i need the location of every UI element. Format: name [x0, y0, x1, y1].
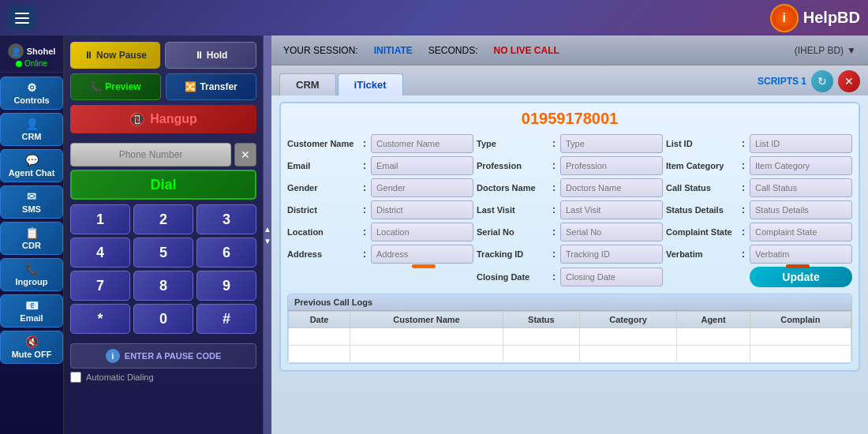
now-pause-button[interactable]: ⏸ Now Pause	[70, 42, 160, 69]
cell-name	[350, 328, 503, 346]
sep1: :	[361, 138, 368, 149]
numpad-6[interactable]: 6	[196, 238, 256, 268]
update-button[interactable]: Update	[750, 267, 852, 287]
numpad-4[interactable]: 4	[70, 238, 130, 268]
sidebar-item-crm[interactable]: 👤 CRM	[0, 113, 63, 146]
dropdown-arrow-icon: ▼	[847, 45, 856, 56]
dial-button[interactable]: Dial	[70, 170, 256, 200]
previous-call-logs-header: Previous Call Logs	[288, 294, 851, 311]
address-label: Address	[287, 249, 358, 259]
transfer-button[interactable]: 🔀 Transfer	[166, 73, 256, 100]
automatic-dialing-checkbox[interactable]	[70, 372, 81, 383]
cell-category	[579, 346, 677, 363]
sep4: :	[361, 160, 368, 171]
status-text: Online	[24, 59, 47, 68]
numpad-1[interactable]: 1	[70, 204, 130, 234]
complaint-state-input[interactable]	[750, 223, 852, 241]
sidebar-item-sms[interactable]: ✉ SMS	[0, 185, 63, 219]
hold-icon: ⏸	[194, 50, 204, 61]
customer-name-label: Customer Name	[287, 139, 358, 148]
last-visit-input[interactable]	[560, 200, 663, 219]
doctors-name-label: Doctors Name	[477, 183, 548, 193]
seconds-label: SECONDS:	[428, 45, 478, 56]
verbatim-input[interactable]	[750, 245, 852, 264]
item-category-label: Item Category	[666, 161, 737, 170]
email-input[interactable]	[371, 156, 473, 175]
doctors-name-input[interactable]	[560, 178, 663, 197]
hangup-icon: 📵	[129, 112, 145, 127]
numpad-0[interactable]: 0	[133, 304, 193, 334]
list-id-input[interactable]	[750, 134, 852, 153]
bottom-controls: i ENTER A PAUSE CODE Automatic Dialing	[64, 339, 263, 387]
clear-phone-button[interactable]: ✕	[234, 143, 256, 166]
sidebar-item-controls[interactable]: ⚙ Controls	[0, 77, 63, 110]
call-status-input[interactable]	[750, 178, 852, 197]
customer-name-input[interactable]	[371, 134, 473, 153]
sep9: :	[740, 182, 746, 193]
tab-iticket[interactable]: iTicket	[338, 73, 403, 95]
sidebar-item-ingroup[interactable]: 📞 Ingroup	[0, 258, 63, 291]
sidebar-item-mute[interactable]: 🔇 Mute OFF	[0, 331, 63, 364]
crm-form-box: 01959178001 Customer Name : Type : List …	[279, 102, 860, 372]
sep8: :	[551, 182, 557, 193]
tab-crm[interactable]: CRM	[279, 73, 336, 95]
controls-icon: ⚙	[27, 81, 37, 94]
item-category-input[interactable]	[750, 156, 852, 175]
cell-status	[503, 346, 579, 363]
numpad-hash[interactable]: #	[196, 304, 256, 334]
scroll-handle[interactable]: ▲ ▼	[264, 36, 271, 434]
col-complain: Complain	[750, 312, 851, 328]
sep10: :	[361, 204, 368, 215]
info-icon: i	[106, 349, 120, 363]
district-input[interactable]	[371, 200, 473, 219]
middle-panel: ⏸ Now Pause ⏸ Hold 📞 Preview 🔀 Transfer	[64, 36, 264, 434]
preview-button[interactable]: 📞 Preview	[70, 73, 161, 100]
cell-agent	[677, 328, 750, 346]
agent-chat-icon: 💬	[25, 154, 39, 166]
sidebar-item-email[interactable]: 📧 Email	[0, 294, 63, 327]
crm-icon: 👤	[25, 118, 39, 130]
table-row	[289, 346, 851, 363]
serial-no-input[interactable]	[560, 223, 663, 241]
gender-input[interactable]	[371, 178, 473, 197]
numpad-3[interactable]: 3	[196, 204, 256, 234]
hold-button[interactable]: ⏸ Hold	[165, 42, 256, 69]
numpad-9[interactable]: 9	[196, 271, 256, 301]
closing-date-label: Closing Date	[477, 272, 548, 282]
status-details-input[interactable]	[750, 200, 852, 219]
profession-input[interactable]	[560, 156, 663, 175]
numpad-8[interactable]: 8	[133, 271, 193, 301]
email-label: Email	[287, 161, 358, 170]
col-category: Category	[579, 312, 677, 328]
sidebar-item-label: Ingroup	[16, 277, 48, 286]
sep17: :	[551, 249, 557, 260]
refresh-button[interactable]: ↻	[811, 70, 833, 92]
type-input[interactable]	[560, 134, 663, 153]
hamburger-button[interactable]	[8, 6, 36, 30]
scroll-down-arrow[interactable]: ▼	[264, 237, 271, 245]
sidebar-item-cdr[interactable]: 📋 CDR	[0, 222, 63, 255]
hangup-button[interactable]: 📵 Hangup	[70, 105, 256, 133]
sidebar-item-agent-chat[interactable]: 💬 Agent Chat	[0, 149, 63, 182]
tracking-id-input[interactable]	[560, 245, 663, 264]
numpad-5[interactable]: 5	[133, 238, 193, 268]
user-info: 👤 Shohel Online	[0, 39, 63, 73]
numpad-7[interactable]: 7	[70, 271, 130, 301]
ctrl-row-1: ⏸ Now Pause ⏸ Hold	[70, 42, 256, 69]
sep13: :	[361, 226, 368, 238]
numpad-star[interactable]: *	[70, 304, 130, 334]
agent-dropdown[interactable]: (IHELP BD) ▼	[795, 45, 856, 56]
sidebar-item-label: Email	[20, 313, 43, 323]
scroll-up-arrow[interactable]: ▲	[264, 225, 271, 234]
list-id-label: List ID	[666, 139, 737, 148]
location-input[interactable]	[371, 223, 473, 241]
close-button[interactable]: ✕	[838, 70, 860, 92]
numpad-2[interactable]: 2	[133, 204, 193, 234]
sidebar-item-label: SMS	[22, 204, 41, 214]
phone-number-input[interactable]	[70, 143, 231, 166]
enter-pause-code-button[interactable]: i ENTER A PAUSE CODE	[70, 343, 256, 369]
address-input[interactable]	[371, 245, 473, 264]
sep20: :	[551, 271, 557, 282]
closing-date-input[interactable]	[560, 268, 663, 286]
scripts-label: SCRIPTS 1	[758, 76, 806, 87]
